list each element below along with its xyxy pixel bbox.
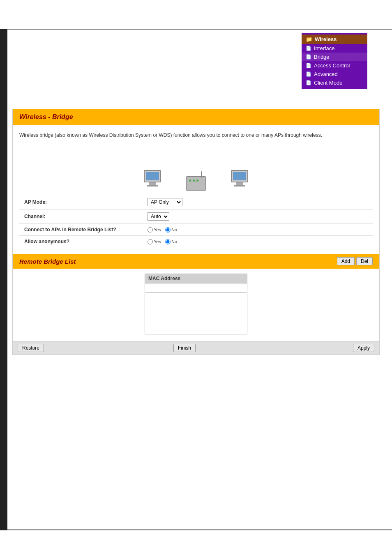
- wireless-folder-icon: 📁: [306, 36, 312, 42]
- mac-address-input[interactable]: [147, 285, 245, 291]
- top-line: [0, 29, 392, 30]
- connect-row: Connect to APs in Remote Bridge List? Ye…: [19, 224, 373, 236]
- computer-icon-1: [144, 170, 161, 187]
- router-lights: [187, 177, 205, 184]
- remote-bridge-btn-group: Add Del: [337, 257, 373, 265]
- side-bar: [0, 29, 7, 530]
- mac-address-table: MAC Address: [145, 274, 247, 334]
- channel-select[interactable]: Auto 1 2 3 4 5 6: [148, 212, 169, 221]
- connect-yes-radio[interactable]: [148, 227, 153, 233]
- connect-no-radio[interactable]: [165, 227, 171, 233]
- allow-anon-row: Allow anonymous? Yes No: [19, 236, 373, 248]
- sidebar-item-interface[interactable]: 📄 Interface: [302, 44, 367, 53]
- router-light-2: [193, 180, 195, 182]
- ap-mode-value: AP Only WDS Only AP+WDS: [143, 195, 373, 210]
- nav-menu: 📁 Wireless 📄 Interface 📄 Bridge 📄 Access…: [302, 33, 367, 89]
- interface-page-icon: 📄: [306, 46, 311, 51]
- network-diagram: [19, 145, 373, 187]
- monitor-screen-2: [233, 172, 246, 180]
- bottom-bar: Restore Finish Apply: [13, 341, 379, 355]
- settings-form: AP Mode: AP Only WDS Only AP+WDS Channel…: [19, 195, 373, 247]
- sidebar-item-access-control[interactable]: 📄 Access Control: [302, 61, 367, 70]
- sidebar-item-interface-label: Interface: [314, 45, 335, 51]
- sidebar-item-client-mode-label: Client Mode: [314, 80, 342, 86]
- advanced-page-icon: 📄: [306, 71, 311, 77]
- monitor-base-2: [234, 185, 245, 187]
- allow-anon-value: Yes No: [143, 236, 373, 248]
- bottom-bar-right: Apply: [325, 344, 374, 352]
- channel-label: Channel:: [19, 210, 143, 224]
- finish-button[interactable]: Finish: [173, 344, 196, 352]
- wireless-bridge-panel: Wireless - Bridge Wireless bridge (also …: [12, 109, 380, 355]
- mac-input-row: [145, 283, 247, 293]
- nav-parent-wireless[interactable]: 📁 Wireless: [302, 35, 367, 44]
- monitor-2: [231, 170, 248, 182]
- restore-button[interactable]: Restore: [18, 344, 44, 352]
- bottom-bar-center: Finish: [44, 344, 325, 352]
- allow-anon-radio-group: Yes No: [148, 239, 368, 244]
- allow-no-label: No: [171, 239, 177, 244]
- bottom-line: [0, 529, 392, 530]
- monitor-1: [144, 170, 161, 182]
- monitor-base-1: [147, 185, 158, 187]
- description-text: Wireless bridge (also known as Wireless …: [19, 131, 373, 139]
- connect-radio-group: Yes No: [148, 227, 368, 233]
- monitor-screen-1: [146, 172, 159, 180]
- client-mode-page-icon: 📄: [306, 80, 311, 85]
- panel-body: Wireless bridge (also known as Wireless …: [13, 125, 379, 254]
- sidebar-item-bridge-label: Bridge: [314, 54, 330, 60]
- router-body: [186, 176, 206, 191]
- ap-mode-row: AP Mode: AP Only WDS Only AP+WDS: [19, 195, 373, 210]
- add-button[interactable]: Add: [337, 257, 355, 265]
- sidebar-item-access-control-label: Access Control: [314, 62, 350, 69]
- connect-yes-label: Yes: [154, 227, 161, 232]
- remote-bridge-header: Remote Bridge List Add Del: [13, 254, 379, 269]
- allow-yes-label: Yes: [154, 239, 161, 244]
- computer-icon-2: [231, 170, 248, 187]
- router-light-3: [196, 180, 198, 182]
- router-antenna: [201, 171, 202, 178]
- sidebar-item-bridge[interactable]: 📄 Bridge: [302, 53, 367, 61]
- apply-button[interactable]: Apply: [353, 344, 374, 352]
- remote-bridge-title: Remote Bridge List: [19, 258, 76, 265]
- del-button[interactable]: Del: [356, 257, 373, 265]
- connect-value: Yes No: [143, 224, 373, 236]
- allow-no-radio[interactable]: [165, 239, 171, 244]
- mac-address-header: MAC Address: [145, 274, 247, 283]
- allow-yes-radio[interactable]: [148, 239, 153, 244]
- mac-table-wrapper: MAC Address: [13, 269, 379, 341]
- sidebar-item-advanced[interactable]: 📄 Advanced: [302, 70, 367, 78]
- router-light-1: [189, 180, 191, 182]
- connect-no-label: No: [171, 227, 177, 232]
- sidebar-item-advanced-label: Advanced: [314, 71, 338, 77]
- allow-anon-label: Allow anonymous?: [19, 236, 143, 248]
- access-control-page-icon: 📄: [306, 63, 311, 68]
- router-icon: [186, 176, 206, 191]
- connect-label: Connect to APs in Remote Bridge List?: [19, 224, 143, 236]
- nav-parent-label: Wireless: [315, 36, 337, 42]
- sidebar-item-client-mode[interactable]: 📄 Client Mode: [302, 78, 367, 87]
- mac-address-list[interactable]: [145, 293, 247, 334]
- ap-mode-label: AP Mode:: [19, 195, 143, 210]
- channel-value: Auto 1 2 3 4 5 6: [143, 210, 373, 224]
- channel-row: Channel: Auto 1 2 3 4 5 6: [19, 210, 373, 224]
- ap-mode-select[interactable]: AP Only WDS Only AP+WDS: [148, 198, 182, 206]
- panel-title: Wireless - Bridge: [19, 113, 373, 121]
- panel-header: Wireless - Bridge: [13, 109, 379, 125]
- bridge-page-icon: 📄: [306, 54, 311, 60]
